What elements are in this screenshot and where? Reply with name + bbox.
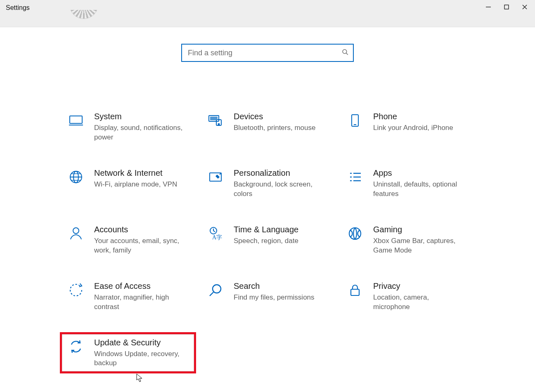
svg-rect-6 — [70, 116, 82, 123]
privacy-icon — [347, 282, 363, 298]
svg-text:A字: A字 — [212, 234, 222, 241]
tile-title: Apps — [373, 168, 464, 178]
maximize-button[interactable] — [504, 4, 509, 10]
tile-subtitle: Background, lock screen, colors — [234, 180, 324, 199]
tile-subtitle: Link your Android, iPhone — [373, 123, 453, 133]
tile-title: Phone — [373, 111, 453, 122]
svg-point-27 — [73, 228, 79, 234]
tile-subtitle: Narrator, magnifier, high contrast — [94, 293, 185, 312]
tile-title: Time & Language — [234, 224, 298, 235]
svg-line-5 — [346, 53, 348, 55]
svg-point-31 — [213, 285, 221, 293]
search-icon — [341, 48, 349, 57]
accounts-icon — [68, 225, 84, 242]
personalization-icon — [207, 169, 224, 185]
svg-line-32 — [210, 292, 213, 296]
svg-point-30 — [349, 228, 361, 239]
tile-network[interactable]: Network & Internet Wi-Fi, airplane mode,… — [62, 165, 194, 202]
tile-time-language[interactable]: A字 Time & Language Speech, region, date — [201, 221, 334, 259]
gaming-icon — [347, 225, 363, 242]
tile-gaming[interactable]: Gaming Xbox Game Bar, captures, Game Mod… — [341, 221, 473, 259]
tile-title: Network & Internet — [94, 168, 177, 178]
time-language-icon: A字 — [207, 225, 224, 242]
svg-rect-1 — [504, 5, 509, 9]
tile-subtitle: Display, sound, notifications, power — [94, 123, 185, 142]
devices-icon — [207, 112, 224, 129]
tile-title: Ease of Access — [94, 281, 185, 291]
ease-of-access-icon — [68, 282, 84, 298]
tile-system[interactable]: System Display, sound, notifications, po… — [62, 108, 194, 146]
minimize-button[interactable] — [485, 4, 491, 10]
content: System Display, sound, notifications, po… — [0, 44, 535, 392]
close-button[interactable] — [522, 4, 528, 10]
window-title: Settings — [0, 0, 36, 16]
tile-title: Privacy — [373, 281, 464, 291]
tile-subtitle: Wi-Fi, airplane mode, VPN — [94, 180, 177, 189]
tile-title: Personalization — [234, 168, 324, 178]
tile-update-security[interactable]: Update & Security Windows Update, recove… — [62, 334, 194, 372]
tile-subtitle: Your accounts, email, sync, work, family — [94, 236, 185, 255]
search-input[interactable] — [181, 44, 354, 62]
tile-title: Accounts — [94, 224, 185, 235]
avatar — [69, 10, 98, 27]
svg-rect-33 — [351, 289, 359, 295]
tile-subtitle: Windows Update, recovery, backup — [94, 349, 185, 368]
apps-icon — [347, 169, 363, 185]
tile-search[interactable]: Search Find my files, permissions — [201, 278, 334, 315]
tile-title: Search — [234, 281, 315, 291]
network-icon — [68, 169, 84, 185]
tile-subtitle: Bluetooth, printers, mouse — [234, 123, 315, 133]
svg-line-20 — [220, 173, 221, 175]
svg-point-4 — [343, 50, 347, 54]
tile-title: System — [94, 111, 185, 122]
tile-privacy[interactable]: Privacy Location, camera, microphone — [341, 278, 473, 315]
tile-devices[interactable]: Devices Bluetooth, printers, mouse — [201, 108, 334, 146]
cursor-icon — [136, 373, 143, 383]
phone-icon — [347, 112, 363, 129]
tile-title: Devices — [234, 111, 315, 122]
tile-subtitle: Uninstall, defaults, optional features — [373, 180, 464, 199]
tile-accounts[interactable]: Accounts Your accounts, email, sync, wor… — [62, 221, 194, 259]
window-controls — [485, 0, 535, 10]
tile-subtitle: Xbox Game Bar, captures, Game Mode — [373, 236, 464, 255]
tile-apps[interactable]: Apps Uninstall, defaults, optional featu… — [341, 165, 473, 202]
tile-title: Update & Security — [94, 338, 185, 348]
update-security-icon — [68, 338, 84, 355]
search-box — [181, 44, 354, 62]
tile-subtitle: Find my files, permissions — [234, 293, 315, 302]
system-icon — [68, 112, 84, 129]
tile-phone[interactable]: Phone Link your Android, iPhone — [341, 108, 473, 146]
tile-subtitle: Speech, region, date — [234, 236, 298, 246]
tile-personalization[interactable]: Personalization Background, lock screen,… — [201, 165, 334, 202]
settings-grid: System Display, sound, notifications, po… — [62, 108, 487, 371]
magnifier-icon — [207, 282, 224, 298]
titlebar: Settings — [0, 0, 535, 27]
tile-subtitle: Location, camera, microphone — [373, 293, 464, 312]
svg-point-13 — [218, 123, 219, 125]
tile-title: Gaming — [373, 224, 464, 235]
tile-ease-of-access[interactable]: Ease of Access Narrator, magnifier, high… — [62, 278, 194, 315]
